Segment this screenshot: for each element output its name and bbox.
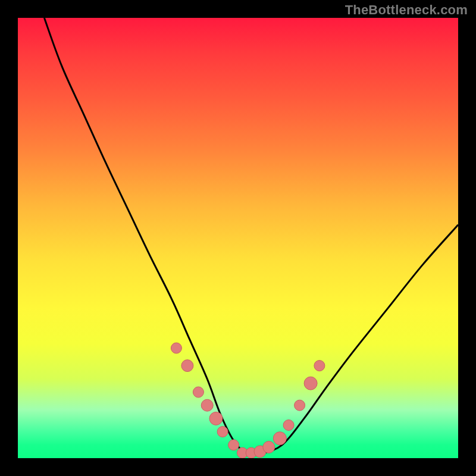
data-marker bbox=[263, 441, 275, 453]
attribution-watermark: TheBottleneck.com bbox=[345, 2, 468, 18]
data-marker bbox=[201, 399, 213, 411]
data-marker bbox=[273, 432, 286, 445]
data-marker bbox=[193, 387, 203, 397]
plot-area bbox=[18, 18, 458, 458]
data-marker bbox=[304, 377, 317, 390]
marker-group bbox=[171, 343, 325, 458]
data-marker bbox=[228, 440, 239, 450]
data-marker bbox=[217, 427, 228, 437]
data-marker bbox=[171, 343, 181, 353]
chart-frame: TheBottleneck.com bbox=[0, 0, 476, 476]
bottleneck-curve bbox=[44, 18, 458, 455]
data-marker bbox=[283, 420, 294, 431]
data-marker bbox=[295, 400, 305, 411]
data-marker bbox=[314, 361, 325, 371]
chart-svg bbox=[18, 18, 458, 458]
data-marker bbox=[181, 360, 193, 372]
data-marker bbox=[209, 412, 223, 425]
